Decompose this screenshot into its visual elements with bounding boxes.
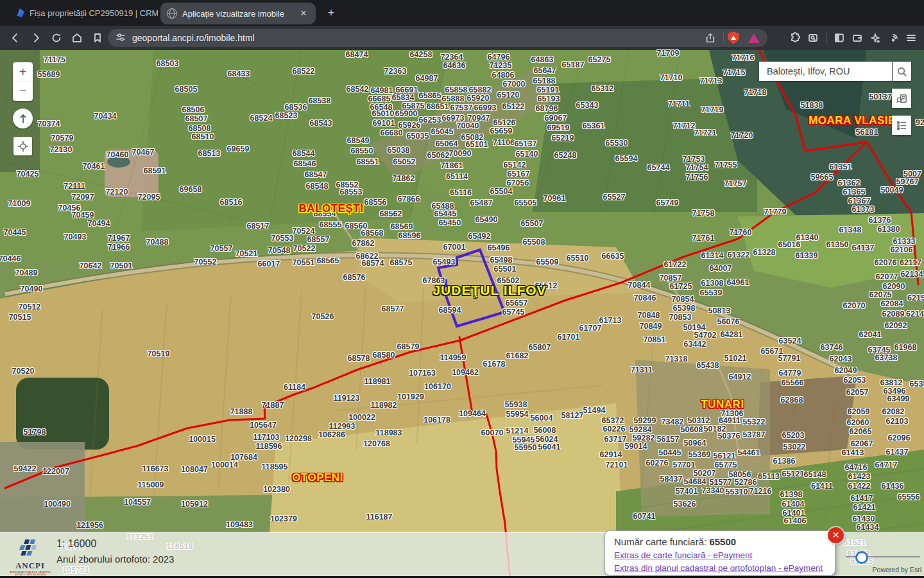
zoom-out-button[interactable]: − xyxy=(13,82,33,101)
scale-info: 1: 16000 Anul zborului ortofoto: 2023 xyxy=(56,538,174,565)
new-tab-button[interactable]: + xyxy=(323,5,339,21)
wallet-icon[interactable] xyxy=(848,29,866,47)
ancpi-wordmark: ANCPI xyxy=(9,561,51,571)
ancpi-logo-mark xyxy=(17,538,44,557)
locate-button[interactable] xyxy=(13,137,32,155)
identify-icon xyxy=(896,92,908,105)
cadastral-vector-layer xyxy=(0,50,924,578)
extensions-icon[interactable] xyxy=(786,29,804,47)
land-book-label: Număr carte funciară: xyxy=(614,536,709,547)
search-button[interactable] xyxy=(893,62,911,81)
divider xyxy=(723,33,724,43)
url-text: geoportal.ancpi.ro/imobile.html xyxy=(132,33,255,43)
legend-list-icon xyxy=(896,119,908,132)
brave-shield-icon[interactable] xyxy=(728,31,739,44)
tab-bar: Fișa proprietății CP2950919 | CRM Aplica… xyxy=(0,0,924,26)
link-extras-plan-cadastral[interactable]: Extras din planul cadastral pe ortofotop… xyxy=(614,563,835,573)
crosshair-icon xyxy=(17,141,29,152)
bookmark-icon[interactable] xyxy=(89,29,107,47)
divider xyxy=(826,33,826,43)
search-input[interactable] xyxy=(766,66,888,77)
sidebar-icon[interactable] xyxy=(830,29,848,47)
parcel-info-panel: Număr carte funciară: 65500 Extras de ca… xyxy=(604,530,835,575)
link-extras-carte-funciara[interactable]: Extras de carte funciară - ePayment xyxy=(614,550,835,560)
zoom-slider-handle[interactable] xyxy=(855,551,868,564)
reload-icon[interactable] xyxy=(47,29,65,47)
leo-ai-icon[interactable] xyxy=(866,29,884,47)
tab-title: Fișa proprietății CP2950919 | CRM xyxy=(30,8,158,18)
north-arrow-button[interactable] xyxy=(13,109,33,128)
tab-crm[interactable]: Fișa proprietății CP2950919 | CRM xyxy=(5,0,158,26)
brave-rewards-icon[interactable] xyxy=(748,33,760,43)
tab-imobile[interactable]: Aplicație vizualizare imobile ✕ xyxy=(160,3,316,24)
toolbar-right xyxy=(786,29,920,47)
browser-window: { "browser": { "tabs": [ {"title": "Fișa… xyxy=(0,0,924,578)
ortho-year: Anul zborului ortofoto: 2023 xyxy=(56,554,174,565)
tune-icon[interactable] xyxy=(116,32,126,44)
map-scale: 1: 16000 xyxy=(56,538,174,550)
search-box: ✕ xyxy=(759,62,892,81)
county-boundary-lines xyxy=(5,50,918,578)
share-icon[interactable] xyxy=(701,29,719,47)
zoom-in-button[interactable]: + xyxy=(13,62,33,82)
tab-title: Aplicație vizualizare imobile xyxy=(182,9,298,19)
tab-close-icon[interactable]: ✕ xyxy=(298,8,309,19)
globe-favicon xyxy=(167,8,177,19)
forward-icon[interactable] xyxy=(27,29,45,47)
up-arrow-icon xyxy=(17,113,29,125)
search-icon xyxy=(896,66,907,77)
land-book-value: 65500 xyxy=(709,536,736,547)
menu-icon[interactable] xyxy=(902,29,920,47)
ancpi-subtitle: AGENȚIA NAȚIONALĂ DE CADASTRU ȘI PUBLICI… xyxy=(9,571,51,576)
legend-button[interactable] xyxy=(892,116,911,135)
identify-button[interactable] xyxy=(892,89,911,108)
map-canvas[interactable] xyxy=(0,50,924,578)
esri-attribution: Powered by Esri xyxy=(860,566,921,574)
search-tabs-icon[interactable] xyxy=(804,29,822,47)
address-bar[interactable]: geoportal.ancpi.ro/imobile.html xyxy=(108,29,767,47)
ancpi-logo: ANCPI AGENȚIA NAȚIONALĂ DE CADASTRU ȘI P… xyxy=(9,538,51,576)
highlighted-parcel-outline[interactable] xyxy=(438,250,504,326)
back-icon[interactable] xyxy=(6,29,24,47)
panel-close-button[interactable]: ✕ xyxy=(828,527,844,543)
home-icon[interactable] xyxy=(68,29,86,47)
vpn-icon[interactable] xyxy=(884,29,902,47)
zoom-control: + − xyxy=(13,62,33,101)
land-book-number: Număr carte funciară: 65500 xyxy=(614,536,835,547)
crm-favicon xyxy=(15,8,24,17)
